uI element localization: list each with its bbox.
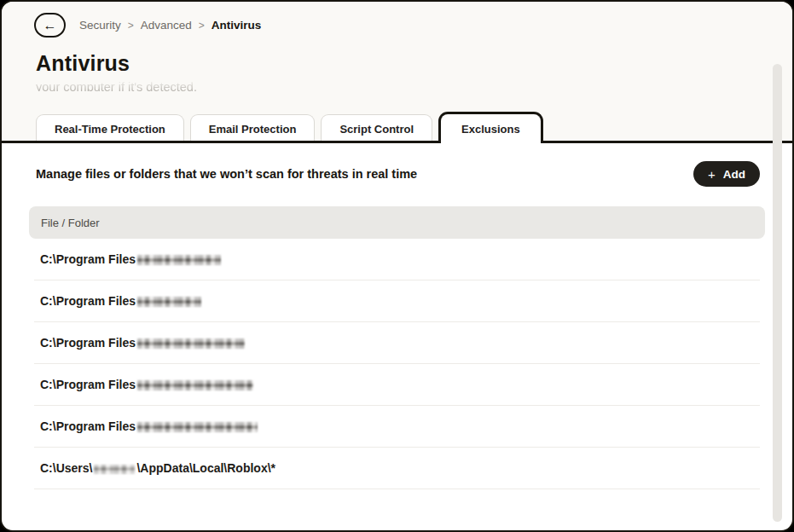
vertical-scrollbar-thumb[interactable] <box>773 64 782 522</box>
redacted-path-segment <box>137 338 245 349</box>
redacted-path-segment <box>137 380 253 390</box>
breadcrumb-separator: > <box>199 20 205 32</box>
back-button[interactable]: ← <box>34 13 66 38</box>
breadcrumb: Security > Advanced > Antivirus <box>79 19 261 32</box>
path-text: C:\Program Files <box>40 294 136 308</box>
back-arrow-icon: ← <box>43 19 57 32</box>
path-text: C:\Program Files <box>40 378 136 391</box>
redacted-path-segment <box>137 255 221 265</box>
tab-strip: Real-Time Protection Email Protection Sc… <box>2 112 792 143</box>
add-button-label: Add <box>723 168 745 181</box>
table-row[interactable]: C:\Program Files <box>34 280 760 322</box>
exclusions-panel: Manage files or folders that we won’t sc… <box>2 161 792 489</box>
plus-icon: + <box>708 168 716 181</box>
redacted-path-segment <box>94 465 135 474</box>
top-bar: ← Security > Advanced > Antivirus <box>2 2 792 38</box>
redacted-path-segment <box>137 422 258 432</box>
tab-exclusions[interactable]: Exclusions <box>438 112 543 143</box>
path-text: \AppData\Local\Roblox\* <box>136 461 275 475</box>
panel-toolbar: Manage files or folders that we won’t sc… <box>34 161 760 187</box>
breadcrumb-item-advanced[interactable]: Advanced <box>141 19 192 32</box>
app-window: ← Security > Advanced > Antivirus Antivi… <box>0 0 794 532</box>
tab-divider-line <box>2 141 792 143</box>
table-row[interactable]: C:\Users\\AppData\Local\Roblox\* <box>34 448 760 489</box>
breadcrumb-separator: > <box>128 20 134 32</box>
table-row[interactable]: C:\Program Files <box>34 364 760 406</box>
table-row[interactable]: C:\Program Files <box>34 406 760 448</box>
path-text: C:\Program Files <box>40 419 136 433</box>
breadcrumb-item-security[interactable]: Security <box>79 19 121 32</box>
add-exclusion-button[interactable]: + Add <box>693 161 760 187</box>
path-text: C:\Program Files <box>40 336 136 350</box>
redacted-path-segment <box>137 297 201 307</box>
exclusions-table: File / Folder C:\Program Files C:\Progra… <box>34 206 760 489</box>
path-text: C:\Program Files <box>40 252 136 266</box>
tab-email-protection[interactable]: Email Protection <box>190 114 316 143</box>
breadcrumb-item-antivirus: Antivirus <box>212 19 262 32</box>
path-text: C:\Users\ <box>40 461 92 475</box>
tab-real-time-protection[interactable]: Real-Time Protection <box>36 114 184 143</box>
scrolled-description-text: your computer if it's detected. <box>36 80 792 91</box>
exclusions-heading: Manage files or folders that we won’t sc… <box>34 167 417 181</box>
table-header-file-folder: File / Folder <box>29 206 765 239</box>
table-row[interactable]: C:\Program Files <box>34 239 760 280</box>
table-row[interactable]: C:\Program Files <box>34 322 760 364</box>
page-header: ← Security > Advanced > Antivirus Antivi… <box>2 2 792 143</box>
page-title: Antivirus <box>36 51 792 76</box>
tab-script-control[interactable]: Script Control <box>321 114 432 143</box>
